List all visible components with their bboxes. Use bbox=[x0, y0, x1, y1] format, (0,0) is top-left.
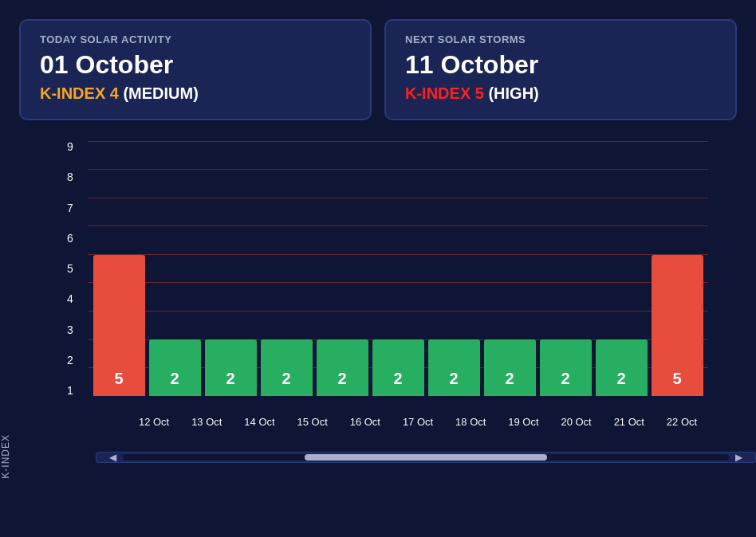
bar-group-13oct: 2 bbox=[147, 141, 203, 396]
scrollbar-thumb[interactable] bbox=[305, 454, 547, 461]
x-label-20oct: 20 Oct bbox=[550, 416, 603, 428]
bar-group-17oct: 2 bbox=[370, 141, 426, 396]
bar-20oct: 2 bbox=[540, 339, 592, 396]
bar-group-12oct: 5 bbox=[91, 141, 147, 396]
bar-18oct: 2 bbox=[428, 339, 480, 396]
bar-12oct: 5 bbox=[93, 255, 145, 397]
bar-value-18oct: 2 bbox=[449, 370, 458, 388]
bar-13oct: 2 bbox=[149, 339, 201, 396]
bar-22oct: 5 bbox=[652, 255, 703, 397]
y-axis-title: K-INDEX bbox=[0, 434, 11, 479]
y-label-5: 5 bbox=[67, 263, 73, 274]
next-subtitle: NEXT SOLAR STORMS bbox=[405, 33, 716, 45]
bar-15oct: 2 bbox=[261, 339, 313, 396]
top-cards-section: TODAY SOLAR ACTIVITY 01 October K-INDEX … bbox=[0, 0, 756, 133]
next-kindex-level: (HIGH) bbox=[484, 84, 539, 102]
x-label-13oct: 13 Oct bbox=[180, 416, 233, 428]
y-axis: 9 8 7 6 5 4 3 2 1 bbox=[67, 141, 73, 396]
chart-area: K-INDEX 9 8 7 6 5 4 3 2 1 bbox=[0, 141, 756, 537]
bar-group-21oct: 2 bbox=[593, 141, 649, 396]
bar-19oct: 2 bbox=[484, 339, 536, 396]
y-label-2: 2 bbox=[67, 355, 73, 366]
chart-container: 9 8 7 6 5 4 3 2 1 bbox=[48, 141, 708, 428]
bar-value-13oct: 2 bbox=[170, 370, 179, 388]
bar-value-15oct: 2 bbox=[282, 370, 290, 388]
next-kindex-label: K-INDEX 5 bbox=[405, 84, 484, 102]
y-label-3: 3 bbox=[67, 324, 73, 335]
bar-group-19oct: 2 bbox=[482, 141, 537, 396]
bars-wrapper: 5 2 2 2 bbox=[88, 141, 708, 396]
today-kindex-label: K-INDEX 4 bbox=[40, 84, 119, 102]
y-label-1: 1 bbox=[67, 385, 73, 396]
x-label-12oct: 12 Oct bbox=[128, 416, 180, 428]
x-label-19oct: 19 Oct bbox=[497, 416, 549, 428]
bar-value-22oct: 5 bbox=[672, 370, 681, 388]
bar-14oct: 2 bbox=[205, 339, 257, 396]
next-kindex: K-INDEX 5 (HIGH) bbox=[405, 84, 716, 103]
bar-group-16oct: 2 bbox=[314, 141, 370, 396]
bar-value-14oct: 2 bbox=[226, 370, 234, 388]
x-label-16oct: 16 Oct bbox=[339, 416, 392, 428]
today-kindex-level: (MEDIUM) bbox=[119, 84, 199, 102]
today-subtitle: TODAY SOLAR ACTIVITY bbox=[40, 33, 351, 45]
y-label-4: 4 bbox=[67, 293, 73, 304]
scroll-right-arrow[interactable]: ▶ bbox=[735, 452, 742, 463]
bar-group-18oct: 2 bbox=[426, 141, 482, 396]
grid-and-bars: 5 2 2 2 bbox=[88, 141, 708, 396]
bar-value-17oct: 2 bbox=[393, 370, 402, 388]
bar-group-20oct: 2 bbox=[537, 141, 593, 396]
x-label-17oct: 17 Oct bbox=[392, 416, 444, 428]
bar-17oct: 2 bbox=[372, 339, 424, 396]
today-date: 01 October bbox=[40, 50, 351, 80]
y-label-6: 6 bbox=[67, 233, 73, 244]
x-label-15oct: 15 Oct bbox=[286, 416, 339, 428]
bar-value-19oct: 2 bbox=[505, 370, 514, 388]
scrollbar[interactable]: ◀ ▶ bbox=[96, 452, 756, 463]
x-label-22oct: 22 Oct bbox=[656, 416, 708, 428]
bar-16oct: 2 bbox=[317, 339, 368, 396]
bar-group-15oct: 2 bbox=[258, 141, 314, 396]
x-labels: 12 Oct 13 Oct 14 Oct 15 Oct 16 Oct 17 Oc… bbox=[128, 416, 708, 428]
y-label-7: 7 bbox=[67, 202, 73, 214]
scroll-left-arrow[interactable]: ◀ bbox=[109, 452, 116, 463]
bar-group-14oct: 2 bbox=[203, 141, 258, 396]
bar-21oct: 2 bbox=[596, 339, 648, 396]
x-label-18oct: 18 Oct bbox=[444, 416, 497, 428]
bar-group-22oct: 5 bbox=[649, 141, 705, 396]
today-card: TODAY SOLAR ACTIVITY 01 October K-INDEX … bbox=[19, 19, 372, 120]
y-label-8: 8 bbox=[67, 171, 73, 182]
today-kindex: K-INDEX 4 (MEDIUM) bbox=[40, 84, 351, 103]
next-card: NEXT SOLAR STORMS 11 October K-INDEX 5 (… bbox=[384, 19, 737, 120]
y-label-9: 9 bbox=[67, 141, 73, 152]
bar-value-20oct: 2 bbox=[561, 370, 569, 388]
bar-value-16oct: 2 bbox=[337, 370, 346, 388]
scrollbar-track[interactable] bbox=[123, 454, 729, 461]
x-label-21oct: 21 Oct bbox=[603, 416, 656, 428]
bar-value-12oct: 5 bbox=[114, 370, 123, 388]
bar-value-21oct: 2 bbox=[616, 370, 625, 388]
next-date: 11 October bbox=[405, 50, 716, 80]
x-label-14oct: 14 Oct bbox=[233, 416, 285, 428]
